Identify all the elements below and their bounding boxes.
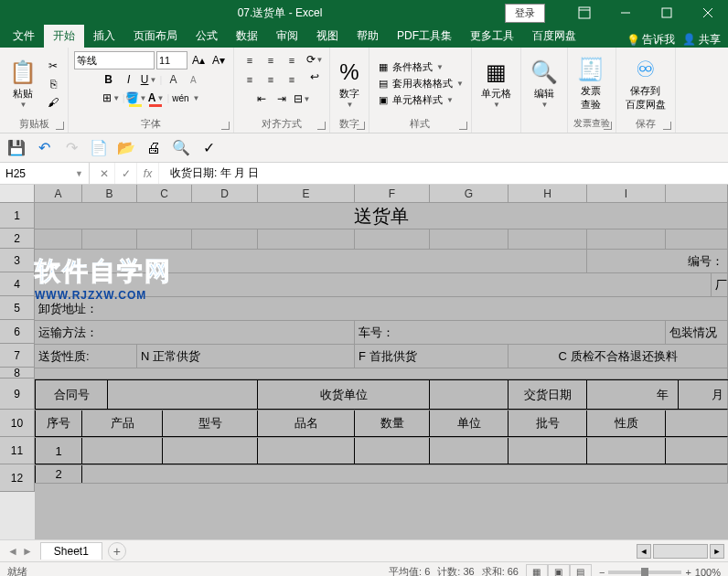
cells-button[interactable]: ▦ 单元格 ▼ <box>477 58 515 111</box>
row-header[interactable]: 6 <box>0 320 35 344</box>
enter-formula-button[interactable]: ✓ <box>115 163 137 184</box>
underline-button[interactable]: U▼ <box>140 71 158 88</box>
align-top-button[interactable]: ≡ <box>240 51 260 69</box>
scroll-left-button[interactable]: ◄ <box>637 544 651 559</box>
row-header[interactable]: 11 <box>0 437 35 464</box>
copy-button[interactable]: ⎘ <box>44 76 62 92</box>
tab-pdf[interactable]: PDF工具集 <box>388 25 461 48</box>
increase-font-button[interactable]: A▴ <box>189 52 208 69</box>
col-header[interactable]: F <box>355 185 430 202</box>
view-page-layout-button[interactable]: ▣ <box>548 564 570 577</box>
view-normal-button[interactable]: ▦ <box>526 564 548 577</box>
tab-view[interactable]: 视图 <box>307 25 348 48</box>
login-button[interactable]: 登录 <box>505 4 545 23</box>
col-header[interactable]: I <box>587 185 666 202</box>
font-shrink-icon[interactable]: A <box>184 71 202 88</box>
font-color-button[interactable]: A▼ <box>147 90 166 106</box>
font-grow-icon[interactable]: A <box>164 71 182 88</box>
row-header[interactable]: 7 <box>0 344 35 368</box>
col-header[interactable]: A <box>35 185 82 202</box>
tab-file[interactable]: 文件 <box>4 25 44 48</box>
add-sheet-button[interactable]: + <box>108 542 126 560</box>
sheet-nav-last-icon[interactable]: ► <box>22 545 33 558</box>
undo-button[interactable]: ↶ <box>35 139 53 157</box>
font-name-select[interactable] <box>74 51 155 69</box>
zoom-level[interactable]: 100% <box>695 567 721 577</box>
tab-home[interactable]: 开始 <box>44 25 84 48</box>
sheet-nav-first-icon[interactable]: ◄ <box>7 545 18 558</box>
orientation-button[interactable]: ⟳▼ <box>305 51 324 68</box>
col-header[interactable]: E <box>258 185 355 202</box>
new-button[interactable]: 📄 <box>90 139 108 157</box>
scroll-right-button[interactable]: ► <box>710 544 724 559</box>
number-format-button[interactable]: % 数字 ▼ <box>336 58 363 111</box>
open-button[interactable]: 📂 <box>117 139 135 157</box>
tab-layout[interactable]: 页面布局 <box>124 25 187 48</box>
tab-data[interactable]: 数据 <box>227 25 267 48</box>
row-header[interactable]: 8 <box>0 368 35 379</box>
row-header[interactable]: 3 <box>0 249 35 272</box>
border-button[interactable]: ⊞▼ <box>102 90 121 106</box>
row-header[interactable]: 2 <box>0 229 35 249</box>
col-header[interactable]: B <box>82 185 137 202</box>
col-header[interactable]: D <box>192 185 258 202</box>
wrap-text-button[interactable]: ↩ <box>305 69 324 85</box>
align-middle-button[interactable]: ≡ <box>261 51 281 69</box>
tab-formulas[interactable]: 公式 <box>187 25 227 48</box>
cancel-formula-button[interactable]: ✕ <box>93 163 115 184</box>
font-size-select[interactable] <box>156 51 187 69</box>
merge-button[interactable]: ⊟▼ <box>293 91 311 107</box>
row-header[interactable]: 4 <box>0 272 35 296</box>
conditional-format-button[interactable]: ▦条件格式▼ <box>375 59 466 75</box>
fill-color-button[interactable]: 🪣▼ <box>127 90 145 106</box>
view-page-break-button[interactable]: ▤ <box>570 564 592 577</box>
row-header[interactable]: 10 <box>0 410 35 437</box>
print-preview-button[interactable]: 🔍 <box>172 139 190 157</box>
redo-button[interactable]: ↷ <box>62 139 80 157</box>
zoom-slider[interactable] <box>608 571 681 574</box>
align-bottom-button[interactable]: ≡ <box>282 51 302 69</box>
cell[interactable]: 送货单 <box>35 203 728 229</box>
invoice-button[interactable]: 🧾 发票 查验 <box>573 55 608 113</box>
format-table-button[interactable]: ▤套用表格格式▼ <box>375 76 466 91</box>
cut-button[interactable]: ✂ <box>44 58 62 74</box>
cell-styles-button[interactable]: ▣单元格样式▼ <box>375 92 466 108</box>
row-header[interactable]: 9 <box>0 379 35 410</box>
align-left-button[interactable]: ≡ <box>240 70 260 89</box>
tab-help[interactable]: 帮助 <box>348 25 388 48</box>
tab-more[interactable]: 更多工具 <box>461 25 523 48</box>
fx-button[interactable]: fx <box>137 163 159 184</box>
row-header[interactable]: 12 <box>0 464 35 492</box>
select-all-corner[interactable] <box>0 185 35 202</box>
format-painter-button[interactable]: 🖌 <box>44 94 62 111</box>
decrease-indent-button[interactable]: ⇤ <box>252 91 271 107</box>
save-baidu-button[interactable]: ♾ 保存到 百度网盘 <box>622 55 669 113</box>
zoom-in-button[interactable]: + <box>685 567 691 577</box>
row-header[interactable]: 5 <box>0 296 35 320</box>
sheet-tab[interactable]: Sheet1 <box>40 542 102 560</box>
col-header[interactable]: G <box>430 185 509 202</box>
name-box-dropdown-icon[interactable]: ▼ <box>75 169 83 178</box>
print-button[interactable]: 🖨 <box>145 139 163 157</box>
paste-button[interactable]: 📋 粘贴 ▼ <box>5 58 40 111</box>
align-right-button[interactable]: ≡ <box>282 70 302 89</box>
minimize-icon[interactable] <box>605 0 646 26</box>
zoom-out-button[interactable]: − <box>599 567 605 577</box>
col-header[interactable] <box>666 185 728 202</box>
bold-button[interactable]: B <box>100 71 118 88</box>
formula-input[interactable]: 收货日期: 年 月 日 <box>163 165 728 181</box>
maximize-icon[interactable] <box>646 0 687 26</box>
tab-review[interactable]: 审阅 <box>267 25 307 48</box>
row-header[interactable]: 1 <box>0 203 35 229</box>
name-box[interactable]: H25 ▼ <box>0 163 90 184</box>
save-button[interactable]: 💾 <box>7 139 26 157</box>
horizontal-scrollbar[interactable] <box>653 544 708 559</box>
spelling-button[interactable]: ✓ <box>199 139 218 157</box>
italic-button[interactable]: I <box>120 71 138 88</box>
increase-indent-button[interactable]: ⇥ <box>273 91 291 107</box>
spreadsheet-grid[interactable]: A B C D E F G H I 1 2 3 4 5 6 7 8 9 10 1… <box>0 185 728 539</box>
tell-me[interactable]: 💡告诉我 <box>626 32 675 48</box>
align-center-button[interactable]: ≡ <box>261 70 281 89</box>
col-header[interactable]: C <box>137 185 192 202</box>
tab-baidu[interactable]: 百度网盘 <box>523 25 585 48</box>
